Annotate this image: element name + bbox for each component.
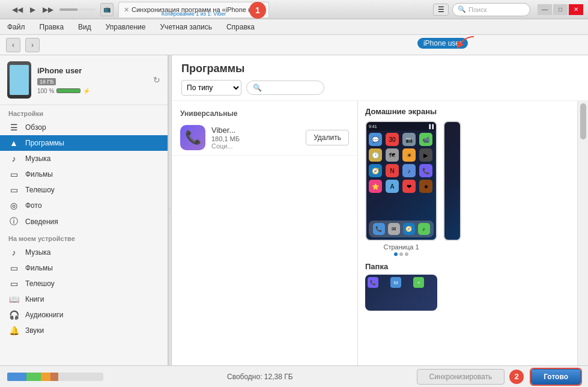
screen-item-1[interactable]: 9:41▐▐ 💬 30 📷 📹 🕐 🗺 ☀ ▶ (365, 121, 437, 256)
menubar: Файл Правка Вид Управление Учетная запис… (0, 19, 588, 35)
sidebar-item-music2[interactable]: ♪ Музыка (0, 245, 168, 260)
screen-preview-1: 9:41▐▐ 💬 30 📷 📹 🕐 🗺 ☀ ▶ (365, 121, 437, 241)
tv2-icon: ▭ (8, 279, 19, 288)
sidebar: iPhone user 16 ГБ 100 % ⚡ ↻ Настройки ☰ … (0, 55, 168, 365)
status-bar: Свободно: 12,38 ГБ Синхронизировать 2 Го… (0, 365, 588, 387)
maximize-button[interactable]: □ (553, 4, 568, 15)
minimize-button[interactable]: — (538, 4, 552, 15)
sidebar-item-tv2[interactable]: ▭ Телешоу (0, 276, 168, 291)
search-apps-input[interactable] (246, 81, 324, 95)
device-battery-row: 100 % ⚡ (37, 88, 147, 94)
device-screen (10, 65, 29, 95)
grid-icon-appstore: A (386, 180, 399, 193)
sidebar-item-audiobooks[interactable]: 🎧 Аудиокниги (0, 307, 168, 323)
grid-icon-videos: ▶ (419, 148, 432, 162)
sync-button[interactable]: Синхронизировать (417, 369, 505, 385)
grid-icon-weather: ☀ (402, 148, 416, 162)
sidebar-item-label-movies2: Фильмы (25, 264, 53, 272)
play-button[interactable]: ▶ (29, 5, 37, 14)
sidebar-item-label-photos: Фото (25, 201, 42, 210)
screens-scroll: 9:41▐▐ 💬 30 📷 📹 🕐 🗺 ☀ ▶ (365, 121, 570, 256)
viber-icon: 📞 (180, 125, 205, 150)
sidebar-item-photos[interactable]: ◎ Фото (0, 198, 168, 213)
app-category-viber: Соци... (211, 142, 300, 150)
screen-dots (365, 252, 437, 256)
grid-icon-calendar: 30 (386, 133, 399, 146)
screen-preview-2 (443, 121, 461, 241)
airplay-button[interactable]: 📺 (100, 3, 114, 16)
menu-button[interactable]: ☰ (433, 4, 449, 16)
sidebar-item-movies2[interactable]: ▭ Фильмы (0, 260, 168, 276)
free-space-text: Свободно: 12,38 ГБ (108, 373, 412, 381)
right-sidebar-scrollbar[interactable] (577, 101, 588, 365)
menu-help[interactable]: Справка (224, 22, 257, 32)
movies2-icon: ▭ (8, 263, 19, 273)
tab-subtitle: Копирование 1 из 1: Viber (162, 11, 226, 17)
overview-icon: ☰ (8, 123, 19, 132)
sidebar-item-music[interactable]: ♪ Музыка (0, 151, 168, 166)
app-details-viber: Viber... 180,1 МБ Соци... (211, 126, 300, 150)
audiobooks-icon: 🎧 (8, 310, 19, 320)
sidebar-item-tv[interactable]: ▭ Телешоу (0, 182, 168, 198)
forward-button[interactable]: ▶▶ (41, 5, 55, 14)
forward-nav-button[interactable]: › (25, 38, 40, 52)
sidebar-item-label-music2: Музыка (25, 248, 50, 257)
app-size-viber: 180,1 МБ (211, 135, 300, 142)
app-delete-button-viber[interactable]: Удалить (306, 130, 349, 145)
sidebar-item-books[interactable]: 📖 Книги (0, 291, 168, 307)
movies-icon: ▭ (8, 169, 19, 179)
tab-close-button[interactable]: ✕ (124, 6, 129, 14)
dot-3 (405, 252, 408, 256)
grid-icon-messages: 💬 (369, 133, 382, 146)
dock-phone: 📞 (373, 223, 385, 235)
navbar: ‹ › iPhone user (0, 35, 588, 55)
app-name-viber: Viber... (211, 126, 300, 135)
menu-icon: ☰ (438, 5, 444, 14)
sidebar-item-info[interactable]: ⓘ Сведения (0, 213, 168, 230)
folder-app-icon-2: M (390, 277, 401, 288)
charge-icon: ⚡ (83, 88, 90, 94)
search-box[interactable]: 🔍 Поиск (452, 3, 530, 16)
grid-icon-safari: 🧭 (369, 164, 382, 177)
screen-top-bar: 9:41▐▐ (366, 122, 436, 130)
sidebar-item-apps[interactable]: ▲ Программы (0, 135, 168, 151)
sort-select[interactable]: По типу По имени По размеру (181, 80, 241, 96)
window-controls: — □ ✕ (538, 4, 583, 15)
done-button[interactable]: Готово (531, 369, 581, 385)
rewind-button[interactable]: ◀◀ (11, 5, 24, 14)
grid-icon-maps: 🗺 (386, 148, 399, 162)
search-icon: 🔍 (458, 5, 466, 13)
iphone-user-badge[interactable]: iPhone user (417, 38, 468, 49)
screen-item-2[interactable] (443, 121, 461, 256)
content-title: Программы (181, 62, 578, 75)
menu-file[interactable]: Файл (5, 22, 28, 32)
tones-icon: 🔔 (8, 326, 19, 335)
title-tab: ✕ Синхронизация программ на «iPhone user… (118, 2, 269, 17)
menu-manage[interactable]: Управление (103, 22, 148, 32)
sidebar-item-label-apps: Программы (25, 139, 64, 147)
titlebar-right: ☰ 🔍 Поиск — □ ✕ (433, 3, 583, 16)
sidebar-item-tones[interactable]: 🔔 Звуки (0, 323, 168, 338)
storage-bar (7, 373, 103, 381)
sidebar-item-label-tv: Телешоу (25, 186, 55, 194)
sidebar-item-overview[interactable]: ☰ Обзор (0, 120, 168, 135)
back-button[interactable]: ‹ (6, 38, 20, 52)
grid-icon-extra: ★ (419, 180, 432, 193)
main-layout: iPhone user 16 ГБ 100 % ⚡ ↻ Настройки ☰ … (0, 55, 588, 365)
sync-rotate-icon[interactable]: ↻ (153, 75, 160, 85)
menu-view[interactable]: Вид (76, 22, 94, 32)
sidebar-item-label-movies: Фильмы (25, 170, 53, 178)
sidebar-item-movies[interactable]: ▭ Фильмы (0, 166, 168, 182)
apps-section-label: Универсальные (172, 106, 357, 120)
menu-account[interactable]: Учетная запись (158, 22, 214, 32)
folder-title: Папка (365, 262, 570, 271)
home-screens-title: Домашние экраны (365, 107, 570, 116)
close-button[interactable]: ✕ (569, 4, 583, 15)
home-screens-panel: Домашние экраны 9:41▐▐ 💬 30 📷 (358, 101, 577, 365)
grid-icon-news: N (386, 164, 399, 177)
battery-bar (56, 88, 80, 93)
volume-slider[interactable] (59, 8, 95, 11)
grid-icon-photos: 📷 (402, 133, 416, 146)
apps-list-panel: Универсальные 📞 Viber... 180,1 МБ Соци..… (172, 101, 358, 365)
menu-edit[interactable]: Правка (37, 22, 67, 32)
